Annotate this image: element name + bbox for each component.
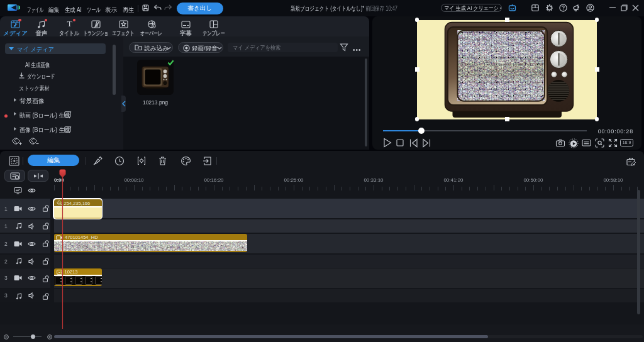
svg-text:AI: AI xyxy=(65,113,69,116)
svg-text:AI: AI xyxy=(65,128,69,131)
